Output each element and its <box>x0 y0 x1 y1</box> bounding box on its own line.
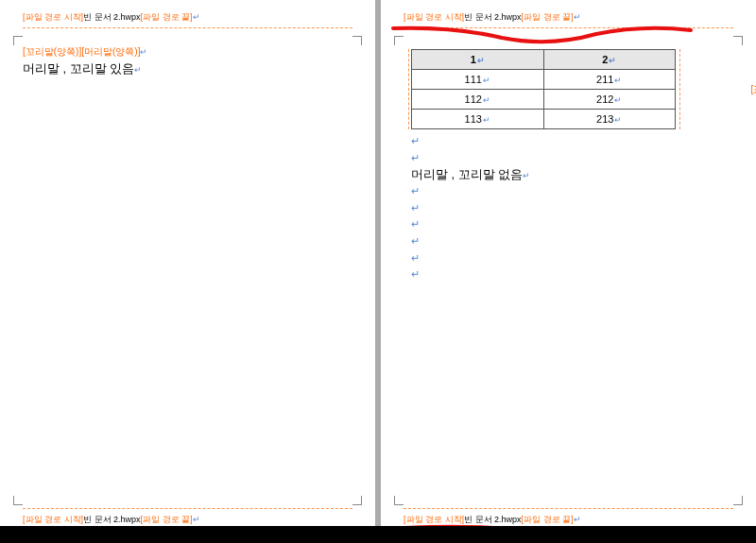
enter-mark-icon: ↵ <box>523 171 530 180</box>
table-guide-left <box>408 49 409 129</box>
path-end-marker: [파일 경로 끝] <box>522 515 574 524</box>
header-separator <box>23 27 352 28</box>
table-row: 111↵ 211↵ <box>412 70 676 90</box>
enter-mark-icon: ↵ <box>193 515 200 524</box>
table-cell: 113↵ <box>412 110 544 129</box>
path-filename: 빈 문서 2.hwpx <box>464 12 522 22</box>
file-path-header-left: [파일 경로 시작]빈 문서 2.hwpx[파일 경로 끝]↵ <box>23 11 352 24</box>
enter-mark-icon: ↵ <box>483 95 490 105</box>
data-table: 1↵ 2↵ 111↵ 211↵ 112↵ 212↵ 113↵ 213↵ <box>411 49 676 129</box>
path-filename: 빈 문서 2.hwpx <box>464 515 522 524</box>
file-path-footer-left: [파일 경로 시작]빈 문서 2.hwpx[파일 경로 끝]↵ <box>23 514 200 526</box>
path-filename: 빈 문서 2.hwpx <box>83 515 141 524</box>
enter-mark-icon: ↵ <box>614 115 622 125</box>
table-header-cell: 1↵ <box>412 50 544 70</box>
table-cell: 112↵ <box>412 90 544 110</box>
table-wrapper: 1↵ 2↵ 111↵ 211↵ 112↵ 212↵ 113↵ 213↵ [표]↵ <box>404 49 733 129</box>
table-row: 113↵ 213↵ <box>412 110 676 129</box>
table-guide-right <box>679 49 680 129</box>
enter-mark-icon: ↵ <box>193 12 200 22</box>
path-end-marker: [파일 경로 끝] <box>522 12 574 22</box>
table-header-row: 1↵ 2↵ <box>412 50 676 70</box>
header-footer-tags: [꼬리말(양쪽)][머리말(양쪽)]↵ <box>23 45 352 59</box>
enter-mark-icon: ↵ <box>614 76 622 85</box>
table-row: 112↵ 212↵ <box>412 90 676 110</box>
path-end-marker: [파일 경로 끝] <box>141 12 193 22</box>
crop-mark-icon <box>13 496 23 505</box>
table-cell: 213↵ <box>543 110 676 129</box>
empty-paragraphs: ↵ ↵ ↵ ↵ ↵ ↵ <box>411 183 733 283</box>
crop-mark-icon <box>352 496 362 505</box>
enter-mark-icon: ↵ <box>411 216 733 233</box>
enter-mark-icon: ↵ <box>411 133 733 150</box>
enter-mark-icon: ↵ <box>411 250 733 267</box>
hand-annotation-top <box>388 21 700 45</box>
footer-separator <box>23 508 352 509</box>
enter-mark-icon: ↵ <box>411 183 733 200</box>
table-marker-label: [표]↵ <box>750 83 756 96</box>
crop-mark-icon <box>352 36 362 45</box>
body-text-left: 머리말 , 꼬리말 있음↵ <box>23 60 352 77</box>
path-filename: 빈 문서 2.hwpx <box>83 12 141 22</box>
body-text-right: 머리말 , 꼬리말 없음↵ <box>411 166 733 183</box>
path-start-marker: [파일 경로 시작] <box>23 515 83 524</box>
enter-mark-icon: ↵ <box>140 47 147 57</box>
file-path-header-right: [파일 경로 시작]빈 문서 2.hwpx[파일 경로 끝]↵ <box>404 11 733 24</box>
page-left: [파일 경로 시작]빈 문서 2.hwpx[파일 경로 끝]↵ [꼬리말(양쪽)… <box>0 0 375 543</box>
enter-mark-icon: ↵ <box>574 12 581 22</box>
table-cell: 212↵ <box>543 90 676 110</box>
crop-mark-icon <box>733 36 743 45</box>
crop-mark-icon <box>394 496 404 505</box>
enter-mark-icon: ↵ <box>134 65 142 75</box>
path-start-marker: [파일 경로 시작] <box>404 12 464 22</box>
path-end-marker: [파일 경로 끝] <box>141 515 193 524</box>
enter-mark-icon: ↵ <box>614 95 622 105</box>
header-separator <box>404 27 733 28</box>
empty-paragraphs: ↵ ↵ <box>411 133 733 166</box>
enter-mark-icon: ↵ <box>477 56 485 65</box>
enter-mark-icon: ↵ <box>483 115 490 125</box>
enter-mark-icon: ↵ <box>609 56 616 65</box>
table-cell: 211↵ <box>543 70 676 90</box>
enter-mark-icon: ↵ <box>483 76 490 85</box>
enter-mark-icon: ↵ <box>411 266 733 283</box>
enter-mark-icon: ↵ <box>411 150 733 167</box>
file-path-footer-right: [파일 경로 시작]빈 문서 2.hwpx[파일 경로 끝]↵ <box>404 514 581 526</box>
footer-separator <box>404 508 733 509</box>
table-header-cell: 2↵ <box>543 50 676 70</box>
crop-mark-icon <box>13 36 23 45</box>
crop-mark-icon <box>394 36 404 45</box>
table-cell: 111↵ <box>412 70 544 90</box>
path-start-marker: [파일 경로 시작] <box>23 12 83 22</box>
bottom-black-bar <box>0 526 756 543</box>
enter-mark-icon: ↵ <box>411 233 733 250</box>
enter-mark-icon: ↵ <box>411 200 733 217</box>
document-viewport: [파일 경로 시작]빈 문서 2.hwpx[파일 경로 끝]↵ [꼬리말(양쪽)… <box>0 0 756 543</box>
enter-mark-icon: ↵ <box>574 515 581 524</box>
page-right: [파일 경로 시작]빈 문서 2.hwpx[파일 경로 끝]↵ 1↵ 2↵ 11… <box>381 0 756 543</box>
crop-mark-icon <box>733 496 743 505</box>
path-start-marker: [파일 경로 시작] <box>404 515 464 524</box>
